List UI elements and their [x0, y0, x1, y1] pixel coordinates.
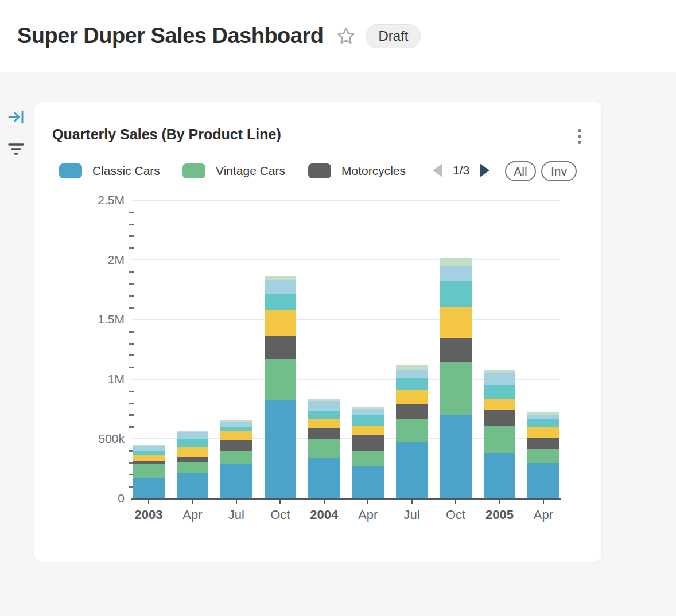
expand-panel-icon[interactable]: [7, 108, 25, 126]
y-axis-minor-tick: [129, 212, 134, 213]
legend-swatch: [308, 163, 331, 178]
stacked-bar-chart: 0500k1M1.5M2M2.5M2003AprJulOct2004AprJul…: [34, 200, 601, 556]
bar-segment[interactable]: [133, 445, 165, 446]
y-axis-minor-tick: [129, 307, 134, 309]
bar-segment[interactable]: [177, 439, 208, 447]
legend-page-indicator: 1/3: [453, 163, 469, 177]
bar-segment[interactable]: [527, 463, 559, 498]
chart-controls: Classic Cars Vintage Cars Motorcycles 1/…: [34, 161, 601, 183]
bar-segment[interactable]: [220, 420, 252, 422]
bar-segment[interactable]: [265, 310, 296, 336]
bar-segment[interactable]: [484, 453, 515, 498]
bar-segment[interactable]: [308, 419, 340, 428]
bar-segment[interactable]: [440, 281, 472, 307]
bar-segment[interactable]: [220, 427, 252, 430]
bar-segment[interactable]: [133, 451, 165, 455]
bar-segment[interactable]: [396, 442, 428, 498]
bar-segment[interactable]: [396, 390, 428, 404]
bar-segment[interactable]: [177, 432, 208, 439]
bar-segment[interactable]: [352, 415, 384, 426]
bar-segment[interactable]: [484, 373, 515, 385]
invert-selection-button[interactable]: Inv: [541, 161, 577, 181]
bar-segment[interactable]: [177, 462, 208, 473]
bar-segment[interactable]: [527, 438, 559, 449]
bar-segment[interactable]: [484, 370, 515, 373]
bar-segment[interactable]: [352, 407, 384, 409]
bar-segment[interactable]: [133, 446, 165, 451]
bar-segment[interactable]: [308, 399, 340, 401]
bar-segment[interactable]: [440, 338, 472, 362]
bar-segment[interactable]: [352, 451, 384, 466]
y-axis-minor-tick: [129, 247, 134, 249]
x-axis-tick: [411, 500, 413, 504]
bar-segment[interactable]: [484, 385, 515, 399]
bar-segment[interactable]: [527, 419, 559, 427]
bar-segment[interactable]: [133, 464, 165, 478]
bar-segment[interactable]: [527, 412, 559, 415]
x-axis-line: [131, 498, 561, 500]
bar-segment[interactable]: [220, 451, 252, 465]
bar-segment[interactable]: [352, 409, 384, 414]
bar-segment[interactable]: [527, 415, 559, 419]
bar-segment[interactable]: [396, 378, 428, 390]
bar-segment[interactable]: [265, 359, 296, 400]
legend-item-classic-cars[interactable]: Classic Cars: [59, 163, 160, 178]
bar-segment[interactable]: [396, 419, 428, 442]
bar-segment[interactable]: [133, 461, 165, 464]
bar-segment[interactable]: [440, 266, 472, 282]
star-icon[interactable]: [336, 26, 356, 46]
y-axis-tick-label: 1M: [83, 372, 125, 386]
bar-segment[interactable]: [440, 362, 472, 415]
bar-segment[interactable]: [220, 464, 252, 498]
x-axis-tick: [279, 500, 281, 504]
bar-segment[interactable]: [527, 427, 559, 438]
legend-item-vintage-cars[interactable]: Vintage Cars: [182, 163, 285, 178]
legend-swatch: [59, 163, 82, 178]
bar-segment[interactable]: [352, 466, 384, 498]
bar-segment[interactable]: [308, 401, 340, 411]
bar-segment[interactable]: [484, 410, 515, 426]
bar-segment[interactable]: [308, 458, 340, 498]
bar-segment[interactable]: [440, 415, 472, 498]
bar-segment[interactable]: [133, 478, 165, 498]
bar-segment[interactable]: [177, 473, 208, 498]
bar-segment[interactable]: [265, 294, 296, 310]
bar-segment[interactable]: [440, 258, 472, 266]
select-all-button[interactable]: All: [505, 161, 536, 181]
bar-segment[interactable]: [177, 431, 208, 432]
filter-icon[interactable]: [7, 139, 25, 157]
y-axis-minor-tick: [129, 224, 134, 225]
kebab-menu-icon[interactable]: [573, 125, 586, 148]
bar-segment[interactable]: [308, 428, 340, 439]
bar-segment[interactable]: [352, 426, 384, 435]
bar-segment[interactable]: [484, 426, 515, 453]
bar-segment[interactable]: [440, 307, 472, 338]
bar-segment[interactable]: [220, 422, 252, 427]
bar-segment[interactable]: [220, 431, 252, 441]
page-title: Super Duper Sales Dashboard: [17, 24, 323, 48]
bar-segment[interactable]: [265, 276, 296, 280]
bar-segment[interactable]: [484, 399, 515, 410]
bar-segment[interactable]: [396, 370, 428, 378]
bar-segment[interactable]: [265, 336, 296, 359]
bar-segment[interactable]: [177, 447, 208, 457]
legend-prev-icon[interactable]: [433, 163, 442, 177]
y-axis-minor-tick: [129, 235, 134, 237]
bar-segment[interactable]: [308, 439, 340, 458]
bar-segment[interactable]: [265, 400, 296, 498]
bar-segment[interactable]: [133, 455, 165, 460]
bar-segment[interactable]: [352, 435, 384, 451]
bar-segment[interactable]: [308, 411, 340, 419]
x-axis-tick-label: Apr: [518, 508, 569, 523]
bar-segment[interactable]: [396, 365, 428, 370]
x-axis-tick: [499, 500, 500, 504]
bar-segment[interactable]: [265, 280, 296, 294]
x-axis-tick: [367, 500, 368, 504]
bar-segment[interactable]: [396, 404, 428, 419]
bar-segment[interactable]: [220, 440, 252, 451]
legend-item-motorcycles[interactable]: Motorcycles: [308, 163, 406, 178]
bar-segment[interactable]: [527, 449, 559, 463]
bar-segment[interactable]: [177, 457, 208, 462]
y-axis-minor-tick: [129, 403, 134, 404]
legend-next-icon[interactable]: [480, 163, 489, 177]
